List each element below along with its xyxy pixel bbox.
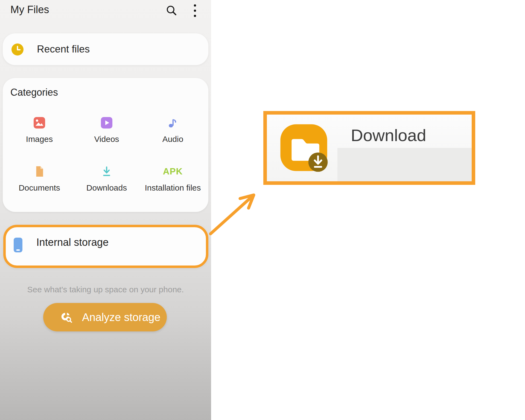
category-label: Images	[9, 135, 69, 144]
category-downloads[interactable]: Downloads	[77, 164, 137, 192]
images-icon	[9, 115, 69, 131]
phone-screenshot: My Files Recent files Categories	[0, 0, 211, 420]
internal-storage-highlight: Internal storage	[3, 225, 208, 268]
app-bar: My Files	[0, 0, 211, 22]
analyze-storage-label: Analyze storage	[82, 303, 161, 331]
document-icon	[9, 164, 69, 179]
clock-icon	[11, 43, 24, 56]
recent-files-label: Recent files	[37, 33, 90, 65]
categories-title: Categories	[10, 87, 58, 98]
search-icon[interactable]	[165, 4, 177, 16]
folder-download-icon	[278, 122, 329, 173]
storage-hint-text: See what's taking up space on your phone…	[0, 285, 211, 294]
annotation-arrow	[191, 178, 273, 246]
internal-storage-label: Internal storage	[36, 237, 109, 248]
apk-badge: APK	[143, 164, 203, 179]
category-label: Documents	[9, 183, 69, 192]
category-videos[interactable]: Videos	[77, 115, 137, 144]
download-folder-label: Download	[351, 126, 426, 145]
audio-note-icon	[143, 115, 203, 131]
category-images[interactable]: Images	[9, 115, 69, 144]
download-callout: Download	[263, 111, 475, 185]
row-divider-block	[337, 148, 472, 181]
screenshot-root: My Files Recent files Categories	[0, 0, 525, 420]
category-label: Videos	[77, 135, 137, 144]
download-arrow-icon	[77, 164, 137, 179]
internal-storage-item[interactable]: Internal storage	[6, 227, 206, 266]
videos-icon	[77, 115, 137, 131]
category-audio[interactable]: Audio	[143, 115, 203, 144]
category-documents[interactable]: Documents	[9, 164, 69, 192]
category-label: Audio	[143, 135, 203, 144]
page-title: My Files	[10, 4, 49, 16]
category-label: Downloads	[77, 183, 137, 192]
categories-card: Categories Images	[3, 78, 208, 212]
storage-analysis-icon	[59, 310, 73, 324]
more-options-icon[interactable]	[192, 4, 198, 18]
phone-icon	[14, 238, 22, 252]
recent-files-item[interactable]: Recent files	[3, 33, 208, 65]
analyze-storage-button[interactable]: Analyze storage	[43, 303, 167, 331]
